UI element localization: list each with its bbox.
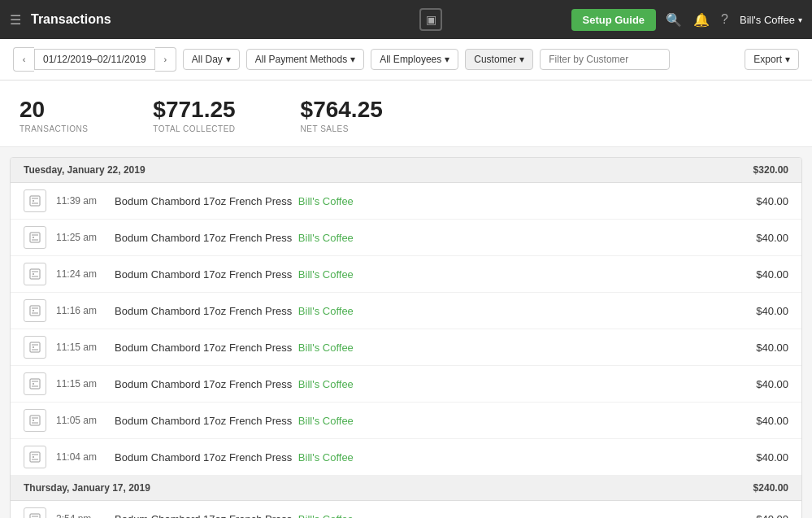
transaction-time: 11:16 am (56, 305, 105, 316)
date-group-header-1: Thursday, January 17, 2019 $240.00 (11, 476, 801, 501)
svg-rect-8 (30, 269, 40, 279)
item-name: Bodum Chambord 17oz French Press (115, 305, 292, 317)
svg-point-9 (33, 273, 34, 275)
filter-bar: ‹ 01/12/2019–02/11/2019 › All Day ▾ All … (0, 39, 812, 81)
table-row[interactable]: 11:24 am Bodum Chambord 17oz French Pres… (11, 256, 801, 293)
svg-rect-0 (30, 196, 40, 206)
transaction-amount: $40.00 (732, 195, 788, 207)
square-logo-icon: ▣ (419, 8, 442, 31)
date-group-header-0: Tuesday, January 22, 2019 $320.00 (11, 158, 801, 183)
transactions-table: Tuesday, January 22, 2019 $320.00 11:39 … (10, 157, 802, 518)
transactions-count: 20 (20, 97, 88, 123)
total-collected-stat: $771.25 TOTAL COLLECTED (153, 97, 235, 133)
date-group-label: Tuesday, January 22, 2019 (24, 164, 145, 176)
svg-point-25 (33, 420, 34, 421)
bell-icon[interactable]: 🔔 (693, 12, 710, 28)
location-name: Bill's Coffee (298, 415, 354, 427)
transaction-description: Bodum Chambord 17oz French Press Bill's … (115, 451, 722, 464)
help-icon[interactable]: ? (721, 12, 728, 27)
user-menu-label: Bill's Coffee (740, 14, 795, 26)
receipt-icon (24, 336, 46, 359)
payment-methods-filter-button[interactable]: All Payment Methods ▾ (246, 49, 364, 70)
date-group-label: Thursday, January 17, 2019 (24, 482, 150, 494)
item-name: Bodum Chambord 17oz French Press (115, 513, 292, 519)
svg-point-5 (33, 237, 34, 238)
transaction-amount: $40.00 (732, 415, 788, 427)
table-row[interactable]: 11:05 am Bodum Chambord 17oz French Pres… (11, 403, 801, 439)
all-day-label: All Day (192, 54, 223, 65)
net-sales-stat: $764.25 NET SALES (301, 97, 383, 133)
receipt-icon (24, 263, 46, 285)
svg-point-17 (33, 346, 34, 348)
transaction-amount: $40.00 (732, 342, 788, 354)
table-row[interactable]: 11:15 am Bodum Chambord 17oz French Pres… (11, 366, 801, 403)
transaction-description: Bodum Chambord 17oz French Press Bill's … (115, 415, 722, 427)
transactions-scroll-container[interactable]: Tuesday, January 22, 2019 $320.00 11:39 … (11, 158, 801, 518)
table-row[interactable]: 11:39 am Bodum Chambord 17oz French Pres… (11, 183, 801, 220)
receipt-icon (24, 372, 46, 395)
nav-center: ▣ (301, 8, 561, 31)
customer-search-input[interactable] (540, 49, 670, 70)
export-label: Export (753, 54, 782, 65)
search-icon[interactable]: 🔍 (666, 12, 682, 28)
employees-filter-button[interactable]: All Employees ▾ (371, 49, 458, 70)
transaction-time: 11:04 am (56, 451, 105, 463)
customer-chevron-icon: ▾ (519, 54, 524, 65)
item-name: Bodum Chambord 17oz French Press (115, 268, 292, 281)
all-day-chevron-icon: ▾ (226, 54, 231, 65)
date-group-total: $320.00 (753, 164, 788, 176)
location-name: Bill's Coffee (298, 232, 354, 244)
date-group-total: $240.00 (753, 482, 788, 494)
date-prev-button[interactable]: ‹ (13, 47, 34, 72)
transaction-amount: $40.00 (732, 305, 788, 317)
transaction-description: Bodum Chambord 17oz French Press Bill's … (115, 513, 722, 519)
transaction-time: 2:54 pm (56, 513, 105, 518)
location-name: Bill's Coffee (298, 378, 354, 390)
top-nav: ☰ Transactions ▣ Setup Guide 🔍 🔔 ? Bill'… (0, 0, 812, 39)
date-range-button[interactable]: 01/12/2019–02/11/2019 (34, 49, 155, 70)
location-name: Bill's Coffee (298, 305, 354, 317)
main-content: Tuesday, January 22, 2019 $320.00 11:39 … (0, 157, 812, 518)
nav-icons: 🔍 🔔 ? Bill's Coffee ▾ (666, 12, 802, 28)
setup-guide-button[interactable]: Setup Guide (571, 9, 657, 31)
location-name: Bill's Coffee (298, 513, 354, 519)
table-row[interactable]: 2:54 pm Bodum Chambord 17oz French Press… (11, 501, 801, 518)
svg-rect-16 (30, 342, 40, 352)
svg-rect-28 (30, 452, 40, 462)
location-name: Bill's Coffee (298, 195, 354, 207)
customer-filter-button[interactable]: Customer ▾ (465, 49, 533, 70)
svg-point-21 (33, 383, 34, 385)
date-next-button[interactable]: › (155, 47, 176, 72)
item-name: Bodum Chambord 17oz French Press (115, 195, 292, 207)
employees-chevron-icon: ▾ (445, 54, 449, 65)
payment-methods-chevron-icon: ▾ (350, 54, 355, 65)
user-menu[interactable]: Bill's Coffee ▾ (740, 14, 802, 26)
receipt-icon (24, 446, 46, 468)
transaction-amount: $40.00 (732, 451, 788, 464)
all-day-filter-button[interactable]: All Day ▾ (183, 49, 240, 70)
transaction-description: Bodum Chambord 17oz French Press Bill's … (115, 378, 722, 390)
svg-rect-4 (30, 233, 40, 242)
transaction-time: 11:25 am (56, 232, 105, 243)
item-name: Bodum Chambord 17oz French Press (115, 342, 292, 354)
location-name: Bill's Coffee (298, 342, 354, 354)
transaction-amount: $40.00 (732, 232, 788, 244)
net-sales-label: NET SALES (301, 124, 383, 133)
net-sales-value: $764.25 (301, 97, 383, 123)
export-chevron-icon: ▾ (785, 54, 790, 65)
svg-point-1 (33, 200, 34, 202)
svg-rect-12 (30, 306, 40, 316)
location-name: Bill's Coffee (298, 451, 354, 464)
table-row[interactable]: 11:04 am Bodum Chambord 17oz French Pres… (11, 439, 801, 476)
app-title: Transactions (31, 12, 291, 27)
total-collected-label: TOTAL COLLECTED (153, 124, 235, 133)
receipt-icon (24, 226, 46, 249)
table-row[interactable]: 11:25 am Bodum Chambord 17oz French Pres… (11, 220, 801, 256)
table-row[interactable]: 11:15 am Bodum Chambord 17oz French Pres… (11, 329, 801, 366)
receipt-icon (24, 189, 46, 212)
hamburger-icon[interactable]: ☰ (10, 12, 21, 28)
table-row[interactable]: 11:16 am Bodum Chambord 17oz French Pres… (11, 293, 801, 329)
item-name: Bodum Chambord 17oz French Press (115, 232, 292, 244)
payment-methods-label: All Payment Methods (255, 54, 347, 65)
export-button[interactable]: Export ▾ (745, 49, 799, 70)
